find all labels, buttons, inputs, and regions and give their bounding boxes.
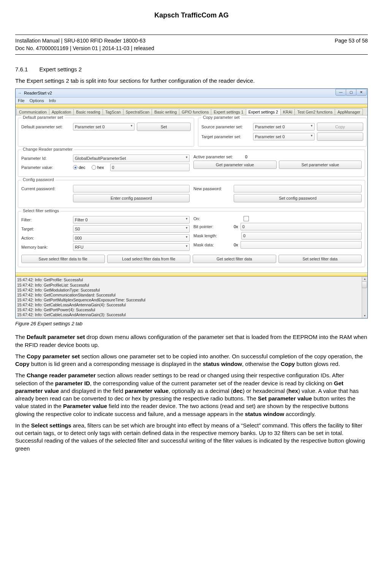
group-copy-parameter-set: Copy parameter set Source parameter set:…: [198, 118, 367, 147]
section-title: Expert settings 2: [39, 66, 82, 73]
action-combo[interactable]: 000: [73, 234, 190, 242]
default-param-combo[interactable]: Parameter set 0: [73, 123, 135, 131]
bit-pointer-field[interactable]: 0: [241, 223, 362, 230]
copy-button[interactable]: Copy: [317, 123, 363, 131]
tab-spectralscan[interactable]: SpectralScan: [123, 109, 152, 115]
log-line: 15:47:42: Info: GetCableLossAndAntennaGa…: [17, 303, 366, 307]
get-filter-button[interactable]: Get select filter data: [193, 255, 276, 263]
active-param-label: Active parameter set:: [193, 154, 243, 159]
maximize-button[interactable]: ▢: [346, 89, 356, 96]
tab-gpio-functions[interactable]: GPIO functions: [179, 109, 211, 115]
page-number: Page 53 of 58: [335, 37, 368, 52]
intro-text: The Expert settings 2 tab is split into …: [15, 77, 368, 85]
hex-radio[interactable]: hex: [92, 165, 104, 170]
mask-data-field[interactable]: [241, 241, 362, 249]
source-param-label: Source parameter set:: [201, 125, 251, 129]
tab-basic-reading[interactable]: Basic reading: [73, 109, 103, 115]
mask-data-label: Mask data:: [193, 243, 231, 247]
group-title: Default parameter set: [21, 115, 65, 120]
paragraph-4: In the Select settings area, filters can…: [15, 422, 368, 452]
hex-prefix: 0x: [234, 243, 238, 247]
set-filter-button[interactable]: Set select filter data: [279, 255, 362, 263]
paragraph-3: The Change reader parameter section allo…: [15, 372, 368, 418]
param-id-combo[interactable]: GlobalDefaultParameterSet: [73, 154, 190, 162]
target-combo[interactable]: S0: [73, 225, 190, 233]
group-select-filter-settings: Select filter settings Filter:Filter 0 T…: [18, 211, 365, 267]
tab-test-gen2[interactable]: Test Gen2 functions: [294, 109, 335, 115]
active-param-value: 0: [245, 154, 247, 159]
minimize-button[interactable]: —: [336, 89, 346, 96]
tab-basic-writing[interactable]: Basic writing: [152, 109, 179, 115]
group-title: Copy parameter set: [201, 115, 241, 120]
scroll-thumb[interactable]: [362, 281, 367, 288]
mask-length-label: Mask length:: [193, 233, 231, 238]
group-config-password: Config password Current password: Enter …: [18, 180, 365, 208]
paragraph-2: The Copy parameter set section allows on…: [15, 353, 368, 368]
action-label: Action:: [21, 236, 71, 240]
current-password-label: Current password:: [21, 186, 71, 191]
figure-caption: Figure 26 Expert settings 2 tab: [15, 321, 368, 326]
menu-info[interactable]: Info: [49, 98, 56, 103]
param-value-field[interactable]: 0: [110, 164, 190, 171]
set-param-value-button[interactable]: Set parameter value: [279, 161, 362, 169]
set-button[interactable]: Set: [137, 123, 191, 131]
tab-bar: Communication Application Basic reading …: [16, 108, 367, 115]
title-bar: → ReaderStart v2 — ▢ ✕: [16, 89, 367, 98]
doc-header: Installation Manual | SRU-8100 RFID Read…: [15, 35, 368, 55]
tab-appmanager[interactable]: AppManager: [335, 109, 363, 115]
group-default-parameter-set: Default parameter set Default parameter …: [18, 118, 194, 147]
doc-meta-line: Doc No. 47000001169 | Version 01 | 2014-…: [15, 45, 154, 52]
target-param-combo[interactable]: Parameter set 0: [253, 133, 315, 140]
close-button[interactable]: ✕: [356, 89, 367, 96]
new-password-field[interactable]: [234, 185, 362, 192]
source-param-combo[interactable]: Parameter set 0: [253, 123, 315, 131]
tab-content: Default parameter set Default parameter …: [16, 115, 367, 273]
get-param-value-button[interactable]: Get parameter value: [193, 161, 277, 169]
target-label: Target:: [21, 227, 71, 231]
new-password-label: New password:: [193, 186, 231, 191]
log-line: 15:47:42: Info: GetPortPower(4): Success…: [17, 307, 366, 312]
tab-expert-settings-2[interactable]: Expert settings 2: [246, 109, 281, 115]
param-value-label: Parameter value:: [21, 165, 71, 170]
memory-bank-combo[interactable]: RFU: [73, 243, 190, 251]
log-line: 15:47:42: Info: GetProfileList: Successf…: [17, 283, 366, 288]
menu-file[interactable]: File: [18, 98, 25, 103]
tab-expert-settings-1[interactable]: Expert settings 1: [211, 109, 246, 115]
scroll-down-icon[interactable]: ▾: [362, 314, 367, 318]
on-checkbox[interactable]: [244, 216, 249, 221]
dec-radio[interactable]: dec: [73, 165, 85, 170]
load-filter-button[interactable]: Load select filter data from file: [107, 255, 191, 263]
on-label: On:: [193, 216, 231, 221]
tab-tagscan[interactable]: TagScan: [103, 109, 123, 115]
tab-application[interactable]: Application: [49, 109, 74, 115]
group-title: Select filter settings: [21, 208, 60, 213]
doc-title-line: Installation Manual | SRU-8100 RFID Read…: [15, 37, 154, 45]
menu-bar: File Options Info: [16, 98, 367, 104]
section-number: 7.6.1: [15, 66, 28, 73]
app-window: → ReaderStart v2 — ▢ ✕ File Options Info…: [15, 88, 368, 318]
log-line: 15:47:42: Info: GetPortMultiplexSequence…: [17, 298, 366, 303]
group-title: Config password: [21, 177, 55, 182]
scroll-up-icon[interactable]: ▴: [362, 277, 367, 281]
tab-communication[interactable]: Communication: [16, 109, 49, 115]
log-line: 15:47:42: Info: GetProfile: Successful: [17, 277, 366, 282]
section-heading: 7.6.1 Expert settings 2: [15, 66, 368, 73]
hex-prefix: 0x: [234, 224, 238, 229]
default-param-label: Default parameter set:: [21, 125, 71, 129]
ribbon-strip-bottom: [16, 273, 367, 276]
tab-krai[interactable]: KRAI: [280, 109, 295, 115]
filter-label: Filter:: [21, 218, 71, 222]
paragraph-1: The Default parameter set drop down menu…: [15, 333, 368, 349]
ribbon-strip: [16, 104, 367, 108]
current-password-field[interactable]: [73, 185, 190, 192]
set-config-password-button[interactable]: Set config password: [234, 194, 362, 202]
save-filter-button[interactable]: Save select filter data to file: [21, 255, 105, 263]
filter-combo[interactable]: Filter 0: [73, 216, 190, 224]
enter-config-password-button[interactable]: Enter config password: [73, 194, 190, 202]
menu-options[interactable]: Options: [30, 98, 44, 103]
copy-blank-button: [317, 132, 363, 141]
scrollbar[interactable]: ▴ ▾: [362, 277, 367, 318]
group-change-reader-parameter: Change Reader parameter Parameter Id: Gl…: [18, 150, 365, 177]
mask-length-field[interactable]: 0: [241, 232, 362, 240]
status-log: 15:47:42: Info: GetProfile: Successful 1…: [16, 276, 367, 318]
